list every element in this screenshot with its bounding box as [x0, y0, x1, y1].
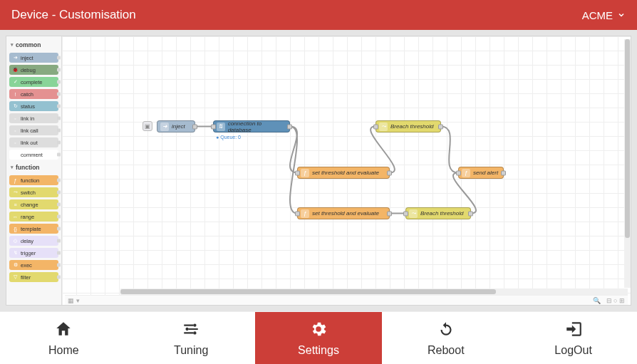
- home-icon: [54, 320, 73, 341]
- node-type-icon: ▽: [12, 274, 19, 281]
- nav-label: Tuning: [174, 344, 208, 357]
- flow-canvas[interactable]: ▣ ● Queue: 0 ➜inject⇅connection to datab…: [62, 36, 631, 305]
- palette-category-common[interactable]: common: [9, 39, 58, 51]
- chevron-down-icon: [617, 9, 626, 21]
- flow-node-n_eval1[interactable]: ƒset threshold and evaluate: [297, 167, 390, 179]
- palette-node-filter[interactable]: ▽filter: [9, 272, 58, 282]
- flow-node-n_eval2[interactable]: ƒset threshold and evaluate: [297, 207, 390, 219]
- palette-node-label: catch: [21, 91, 33, 98]
- nav-tuning[interactable]: Tuning: [128, 312, 255, 364]
- input-port[interactable]: [211, 124, 216, 129]
- node-type-icon: ⏲: [12, 238, 19, 244]
- output-port[interactable]: [501, 170, 506, 175]
- node-type-icon: ✓: [12, 79, 19, 85]
- node-label: send alert: [473, 170, 498, 176]
- palette-node-catch[interactable]: !catch: [9, 89, 58, 99]
- palette-node-function[interactable]: ƒfunction: [9, 175, 58, 185]
- palette-node-range[interactable]: ↔range: [9, 212, 58, 222]
- flow-node-n_inject[interactable]: ➜inject: [157, 120, 195, 132]
- inject-trigger-button[interactable]: ▣: [143, 121, 152, 131]
- palette-node-exec[interactable]: ⚙exec: [9, 260, 58, 270]
- palette-node-link-call[interactable]: ◦link call: [9, 125, 58, 135]
- output-port[interactable]: [287, 124, 292, 129]
- wire[interactable]: [441, 127, 458, 173]
- scroll-thumb[interactable]: [625, 39, 630, 238]
- node-type-icon: 🐞: [12, 67, 19, 73]
- output-port[interactable]: [387, 170, 392, 175]
- palette-node-switch[interactable]: ⤳switch: [9, 187, 58, 197]
- nav-settings[interactable]: Settings: [255, 312, 383, 364]
- palette-node-template[interactable]: {}template: [9, 224, 58, 234]
- horizontal-scrollbar[interactable]: [120, 288, 628, 295]
- palette-node-label: link out: [21, 140, 38, 146]
- input-port[interactable]: [456, 170, 461, 175]
- palette-node-status[interactable]: ↻status: [9, 101, 58, 111]
- node-label: Breach threshold: [420, 210, 463, 217]
- input-port[interactable]: [403, 211, 408, 216]
- bottom-nav: HomeTuningSettingsRebootLogOut: [0, 311, 637, 364]
- palette-node-inject[interactable]: ➜inject: [9, 53, 58, 63]
- palette-node-label: switch: [21, 189, 36, 196]
- org-selector[interactable]: ACME: [582, 9, 626, 21]
- node-type-icon: ↻: [12, 103, 19, 110]
- node-icon: ➜: [160, 123, 169, 131]
- queue-status: ● Queue: 0: [216, 135, 241, 140]
- flow-node-n_alert[interactable]: ƒsend alert: [458, 167, 504, 179]
- node-label: set threshold and evaluate: [312, 170, 379, 176]
- node-label: Breach threshold: [390, 123, 433, 130]
- palette-node-link-in[interactable]: ◦link in: [9, 113, 58, 123]
- palette-node-complete[interactable]: ✓complete: [9, 77, 58, 87]
- node-type-icon: ⤳: [12, 189, 19, 196]
- flow-node-n_bt2[interactable]: ⤳Breach threshold: [405, 207, 471, 219]
- palette-node-label: complete: [21, 79, 42, 85]
- palette-node-comment[interactable]: comment: [9, 150, 58, 160]
- input-port[interactable]: [373, 124, 378, 129]
- node-type-icon: [12, 152, 19, 158]
- input-port[interactable]: [295, 170, 300, 175]
- vertical-scrollbar[interactable]: [624, 39, 631, 288]
- palette-node-link-out[interactable]: ◦link out: [9, 137, 58, 147]
- node-icon: ƒ: [301, 209, 309, 218]
- wire[interactable]: [290, 127, 297, 173]
- nav-label: Reboot: [428, 344, 465, 357]
- logout-icon: [564, 320, 583, 341]
- nav-home[interactable]: Home: [0, 312, 128, 364]
- node-icon: ⤳: [379, 123, 388, 131]
- palette-node-label: inject: [21, 55, 33, 61]
- flow-node-n_bt1[interactable]: ⤳Breach threshold: [376, 120, 441, 132]
- canvas-footer-tools: ▦ ▾ 🔍 ⊟ ○ ⊞: [65, 295, 628, 305]
- output-port[interactable]: [468, 211, 473, 216]
- nav-map-icon[interactable]: ▦ ▾: [68, 297, 80, 304]
- palette-node-trigger[interactable]: ↯trigger: [9, 248, 58, 258]
- node-type-icon: ◦: [12, 115, 19, 122]
- palette-node-label: function: [21, 177, 39, 184]
- palette-node-debug[interactable]: 🐞debug: [9, 65, 58, 75]
- palette-node-label: template: [21, 226, 41, 232]
- palette-node-delay[interactable]: ⏲delay: [9, 236, 58, 246]
- input-port[interactable]: [295, 211, 300, 216]
- tuning-icon: [182, 320, 200, 341]
- wire[interactable]: [371, 127, 395, 173]
- zoom-controls[interactable]: 🔍 ⊟ ○ ⊞: [593, 297, 625, 304]
- org-name: ACME: [582, 9, 613, 21]
- output-port[interactable]: [192, 124, 197, 129]
- node-type-icon: ↔: [12, 214, 19, 220]
- palette-category-function[interactable]: function: [9, 162, 58, 173]
- output-port[interactable]: [438, 124, 443, 129]
- nav-reboot[interactable]: Reboot: [382, 312, 509, 364]
- output-port[interactable]: [387, 211, 392, 216]
- node-type-icon: ↯: [12, 250, 19, 256]
- palette-node-label: link in: [21, 115, 34, 122]
- reboot-icon: [437, 320, 455, 341]
- palette-node-label: range: [21, 214, 34, 220]
- nav-logout[interactable]: LogOut: [509, 312, 637, 364]
- node-type-icon: ➜: [12, 55, 19, 61]
- nav-label: Settings: [298, 344, 339, 357]
- scroll-thumb[interactable]: [120, 289, 496, 294]
- node-type-icon: !: [12, 91, 19, 98]
- node-label: set threshold and evaluate: [312, 210, 379, 217]
- flow-node-n_db[interactable]: ⇅connection to database: [213, 120, 290, 132]
- app-header: Device - Customisation ACME: [0, 0, 637, 30]
- palette-node-change[interactable]: ≡change: [9, 199, 58, 209]
- node-label: inject: [172, 123, 185, 130]
